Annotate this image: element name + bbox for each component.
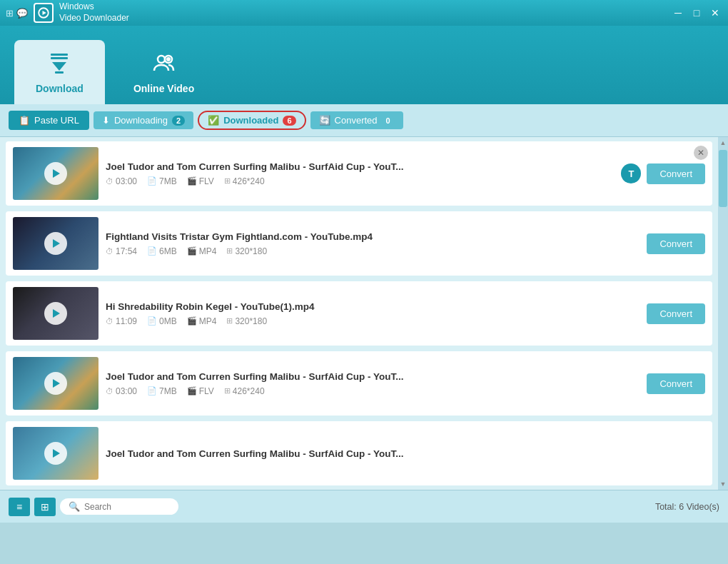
meta-value: 7MB [159,176,177,186]
video-thumbnail[interactable] [13,287,98,340]
search-input[interactable] [84,502,170,512]
scroll-thumb[interactable] [719,150,727,207]
window-controls[interactable]: ─ □ ✕ [671,6,722,20]
downloaded-count: 6 [283,116,295,126]
maximize-button[interactable]: □ [689,6,704,20]
list-view-button[interactable]: ≡ [9,498,30,516]
downloading-icon: ⬇ [102,115,110,126]
video-title: Joel Tudor and Tom Curren Surfing Malibu… [106,371,639,382]
paste-url-button[interactable]: 📋 Paste URL [9,111,89,130]
grid-view-button[interactable]: ⊞ [34,498,56,516]
total-status: Total: 6 Video(s) [655,502,719,512]
video-title: Hi Shredability Robin Kegel - YouTube(1)… [106,301,639,312]
video-title: Joel Tudor and Tom Curren Surfing Malibu… [106,161,614,172]
svg-marker-11 [53,309,60,318]
video-info: Fightland Visits Tristar Gym Fightland.c… [106,231,639,256]
meta-item: 🎬MP4 [187,316,217,326]
meta-icon: 🎬 [187,176,197,186]
downloaded-tab[interactable]: ✅ Downloaded 6 [198,111,305,130]
convert-button[interactable]: Convert [647,233,705,254]
video-info: Joel Tudor and Tom Curren Surfing Malibu… [106,161,614,186]
meta-value: FLV [199,176,214,186]
play-button[interactable] [44,372,67,395]
meta-icon: ⏱ [106,177,113,186]
play-button[interactable] [44,162,67,185]
meta-icon: 📄 [147,176,157,186]
meta-icon: 🎬 [187,386,197,396]
video-thumbnail[interactable] [13,147,98,200]
close-item-button[interactable]: ✕ [694,146,708,160]
svg-marker-10 [53,239,60,248]
meta-value: 426*240 [233,386,265,396]
minimize-button[interactable]: ─ [671,6,685,20]
video-thumbnail[interactable] [13,427,98,480]
play-button[interactable] [44,232,67,255]
scroll-down-arrow[interactable]: ▼ [718,478,728,490]
search-box[interactable]: 🔍 [60,498,178,515]
video-actions: TConvert [621,163,705,184]
svg-marker-9 [53,169,60,178]
play-button[interactable] [44,442,67,465]
video-info: Hi Shredability Robin Kegel - YouTube(1)… [106,301,639,326]
meta-value: 320*180 [235,316,267,326]
video-thumbnail[interactable] [13,217,98,270]
video-item: Joel Tudor and Tom Curren Surfing Malibu… [6,351,712,416]
video-list-area: Joel Tudor and Tom Curren Surfing Malibu… [0,137,718,490]
meta-icon: 📄 [147,316,157,326]
monitor-icon: ⊞ [6,8,14,19]
svg-marker-4 [52,62,66,71]
tab-download[interactable]: Download [14,40,105,104]
app-title: Windows Video Downloader [59,1,129,24]
convert-button[interactable]: Convert [647,373,705,394]
meta-value: 17:54 [116,246,137,256]
scroll-up-arrow[interactable]: ▲ [718,137,728,148]
toolbar: 📋 Paste URL ⬇ Downloading 2 ✅ Downloaded… [0,104,728,137]
svg-marker-1 [43,11,46,15]
meta-item: 🎬MP4 [187,246,217,256]
meta-icon: 🎬 [187,316,197,326]
video-meta: ⏱17:54📄6MB🎬MP4⊞320*180 [106,246,639,256]
meta-item: ⊞320*180 [226,246,267,256]
meta-item: 📄7MB [147,176,177,186]
video-thumbnail[interactable] [13,357,98,410]
converted-count: 0 [382,116,395,126]
online-video-nav-icon [153,52,176,80]
tab-online-video-label: Online Video [133,83,194,94]
video-actions: Convert [647,373,705,394]
meta-value: 03:00 [116,176,137,186]
meta-item: 📄6MB [147,246,177,256]
convert-button[interactable]: Convert [647,163,705,184]
play-button[interactable] [44,302,67,325]
type-badge: T [621,163,641,183]
tab-online-video[interactable]: Online Video [112,40,216,104]
meta-item: 🎬FLV [187,176,214,186]
title-bar: ⊞ 💬 Windows Video Downloader ─ □ ✕ [0,0,728,26]
svg-point-8 [166,57,171,61]
search-icon: 🔍 [69,501,80,512]
downloaded-check-icon: ✅ [208,115,219,126]
tab-download-label: Download [36,83,84,94]
close-button[interactable]: ✕ [708,6,722,20]
scrollbar[interactable]: ▲ ▼ [718,137,728,490]
meta-value: 426*240 [233,176,265,186]
svg-rect-5 [55,71,64,74]
meta-icon: 🎬 [187,246,197,256]
meta-value: 0MB [159,316,177,326]
svg-point-6 [158,56,165,63]
meta-value: MP4 [199,246,217,256]
title-bar-left: ⊞ 💬 Windows Video Downloader [6,1,129,24]
svg-marker-13 [53,449,60,458]
meta-item: ⊞426*240 [224,176,265,186]
converted-tab[interactable]: 🔄 Converted 0 [310,111,403,129]
video-item: Joel Tudor and Tom Curren Surfing Malibu… [6,141,712,206]
downloading-tab[interactable]: ⬇ Downloading 2 [93,111,193,129]
convert-button[interactable]: Convert [647,303,705,324]
meta-icon: 📄 [147,246,157,256]
meta-icon: ⏱ [106,387,113,396]
meta-value: MP4 [199,316,217,326]
meta-item: ⏱17:54 [106,246,137,256]
video-actions: Convert [647,303,705,324]
main-content: Joel Tudor and Tom Curren Surfing Malibu… [0,137,728,490]
meta-icon: ⏱ [106,317,113,326]
meta-item: ⊞426*240 [224,386,265,396]
